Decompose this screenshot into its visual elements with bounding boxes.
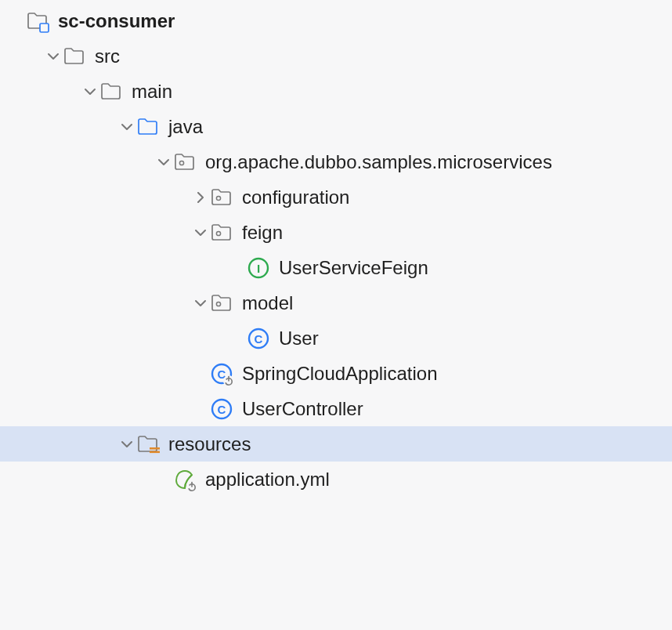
tree-label: UserServiceFeign xyxy=(279,257,428,279)
tree-label: configuration xyxy=(242,186,349,208)
folder-icon xyxy=(62,44,87,69)
tree-label: src xyxy=(95,45,120,67)
tree-label: feign xyxy=(242,222,283,244)
tree-row-root[interactable]: sc-consumer xyxy=(0,3,672,38)
package-icon xyxy=(209,220,234,245)
tree-label: model xyxy=(242,292,293,314)
tree-row-uctrl[interactable]: UserController xyxy=(0,391,672,426)
module-icon xyxy=(25,9,50,34)
tree-row-appyml[interactable]: application.yml xyxy=(0,462,672,497)
tree-label: SpringCloudApplication xyxy=(242,363,438,385)
tree-row-feign[interactable]: feign xyxy=(0,215,672,250)
tree-label: org.apache.dubbo.samples.microservices xyxy=(205,151,552,173)
interface-icon xyxy=(246,255,271,281)
chevron-down-icon[interactable] xyxy=(155,144,172,179)
package-icon xyxy=(209,291,234,316)
class-icon xyxy=(246,326,271,351)
chevron-down-icon[interactable] xyxy=(118,109,135,144)
tree-label: UserController xyxy=(242,398,363,420)
tree-row-model[interactable]: model xyxy=(0,285,672,320)
tree-row-pkg[interactable]: org.apache.dubbo.samples.microservices xyxy=(0,144,672,179)
class-icon xyxy=(209,396,234,422)
tree-label: main xyxy=(132,81,172,103)
tree-row-main[interactable]: main xyxy=(0,74,672,109)
chevron-down-icon[interactable] xyxy=(192,285,209,320)
chevron-down-icon[interactable] xyxy=(118,426,135,462)
tree-label: application.yml xyxy=(205,469,330,491)
folder-res-icon xyxy=(135,432,161,457)
package-icon xyxy=(172,150,197,175)
chevron-right-icon[interactable] xyxy=(192,179,209,215)
tree-row-user[interactable]: User xyxy=(0,320,672,356)
tree-row-usfeign[interactable]: UserServiceFeign xyxy=(0,250,672,285)
tree-row-scapp[interactable]: SpringCloudApplication xyxy=(0,356,672,391)
chevron-down-icon[interactable] xyxy=(45,38,62,74)
class-run-icon xyxy=(209,361,234,386)
folder-icon xyxy=(99,79,124,104)
project-tree: sc-consumersrcmainjavaorg.apache.dubbo.s… xyxy=(0,0,672,497)
spring-icon xyxy=(172,467,197,492)
tree-label: resources xyxy=(168,433,251,455)
folder-src-icon xyxy=(135,114,161,139)
tree-row-src[interactable]: src xyxy=(0,38,672,74)
tree-row-resources[interactable]: resources xyxy=(0,426,672,462)
tree-label: User xyxy=(279,328,319,349)
tree-row-config[interactable]: configuration xyxy=(0,179,672,215)
tree-label: sc-consumer xyxy=(58,10,175,32)
chevron-down-icon[interactable] xyxy=(192,215,209,250)
package-icon xyxy=(209,185,234,210)
tree-row-java[interactable]: java xyxy=(0,109,672,144)
tree-label: java xyxy=(168,116,203,138)
chevron-down-icon[interactable] xyxy=(81,74,99,109)
